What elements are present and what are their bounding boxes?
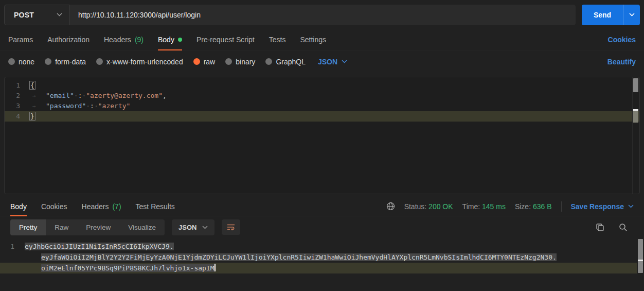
radio-form-data[interactable]: form-data bbox=[45, 58, 86, 66]
line-number: 3 bbox=[5, 101, 29, 111]
code-line[interactable]: 1{ bbox=[5, 80, 639, 91]
network-globe-icon bbox=[386, 202, 395, 211]
send-button[interactable]: Send bbox=[582, 5, 623, 25]
copy-icon[interactable] bbox=[596, 223, 604, 232]
response-tab-test-results[interactable]: Test Results bbox=[136, 197, 175, 216]
jwt-token-text: oiM2eElnf05YPc9BSq9PiP8S8KCJh7lvhjo1x-sa… bbox=[41, 264, 214, 272]
line-content: } bbox=[29, 111, 35, 122]
response-cursor-position-marker bbox=[638, 260, 643, 261]
body-type-row: none form-data x-www-form-urlencoded raw… bbox=[0, 50, 644, 73]
tab-pre-request-script[interactable]: Pre-request Script bbox=[196, 29, 255, 50]
chevron-down-icon bbox=[628, 204, 634, 208]
tab-settings[interactable]: Settings bbox=[300, 29, 326, 50]
request-url-bar: POST http://10.10.11.120:3000/api/user/l… bbox=[0, 0, 644, 29]
code-line[interactable]: 3→"password"·:·"azerty" bbox=[5, 101, 639, 111]
url-text: http://10.10.11.120:3000/api/user/login bbox=[78, 11, 201, 19]
code-line[interactable]: 2→"email"·:·"azerty@azerty.com", bbox=[5, 91, 639, 101]
response-line-content: eyJfaWQiOiI2MjBlY2Y2Y2FiMjEyYzA0NjE1Yjdm… bbox=[41, 252, 557, 263]
headers-count: (9) bbox=[135, 36, 144, 44]
response-meta: Status: 200 OK Time: 145 ms Size: 636 B … bbox=[386, 201, 634, 212]
response-toolbar-right bbox=[596, 223, 634, 232]
jwt-token-text: eyJfaWQiOiI2MjBlY2Y2Y2FiMjEyYzA0NjE1Yjdm… bbox=[41, 253, 557, 261]
response-line[interactable]: oiM2eElnf05YPc9BSq9PiP8S8KCJh7lvhjo1x-sa… bbox=[0, 263, 637, 273]
code-line[interactable]: 4} bbox=[5, 111, 639, 122]
response-tabs: Body Cookies Headers (7) Test Results bbox=[10, 197, 175, 216]
wrap-text-icon bbox=[227, 224, 235, 231]
send-options-button[interactable] bbox=[623, 5, 640, 25]
line-number: 4 bbox=[5, 111, 29, 122]
request-body-editor[interactable]: 1{2→"email"·:·"azerty@azerty.com",3→"pas… bbox=[4, 77, 640, 194]
line-content: { bbox=[29, 80, 35, 91]
response-toolbar: Pretty Raw Preview Visualize JSON bbox=[0, 216, 644, 238]
radio-icon bbox=[8, 58, 15, 65]
tab-params[interactable]: Params bbox=[8, 29, 33, 50]
response-editor-lines: 1eyJhbGciOiJIUzI1NiIsInR5cCI6IkpXVCJ9.ey… bbox=[0, 241, 644, 273]
response-scrollbar-thumb[interactable] bbox=[638, 239, 643, 273]
size-badge: Size: 636 B bbox=[515, 202, 552, 211]
token-brace: } bbox=[29, 112, 35, 121]
radio-binary[interactable]: binary bbox=[225, 58, 255, 66]
status-badge: Status: 200 OK bbox=[404, 202, 453, 211]
response-tab-body[interactable]: Body bbox=[10, 197, 27, 216]
tab-authorization[interactable]: Authorization bbox=[47, 29, 90, 50]
view-preview[interactable]: Preview bbox=[77, 219, 119, 235]
request-tabs: Params Authorization Headers (9) Body Pr… bbox=[0, 29, 644, 50]
wrap-text-button[interactable] bbox=[222, 219, 240, 235]
radio-raw[interactable]: raw bbox=[193, 58, 216, 66]
response-line[interactable]: eyJfaWQiOiI2MjBlY2Y2Y2FiMjEyYzA0NjE1Yjdm… bbox=[0, 252, 644, 263]
scrollbar-thumb[interactable] bbox=[633, 78, 638, 92]
cookies-link[interactable]: Cookies bbox=[608, 36, 636, 44]
radio-icon bbox=[265, 58, 272, 65]
tab-body[interactable]: Body bbox=[158, 29, 182, 50]
radio-icon bbox=[45, 58, 51, 65]
radio-none[interactable]: none bbox=[8, 58, 34, 66]
method-select[interactable]: POST bbox=[4, 5, 70, 25]
radio-x-www-form-urlencoded[interactable]: x-www-form-urlencoded bbox=[96, 58, 183, 66]
token-key: "password" bbox=[46, 102, 86, 110]
send-group: Send bbox=[582, 5, 640, 25]
token-str: "azerty@azerty.com" bbox=[86, 92, 163, 99]
response-view-group: Pretty Raw Preview Visualize bbox=[10, 219, 165, 235]
token-str: "azerty" bbox=[98, 102, 131, 110]
indent-guide: → bbox=[29, 101, 46, 112]
response-language-select[interactable]: JSON bbox=[172, 219, 214, 235]
token-brace: { bbox=[29, 81, 35, 90]
line-number: 1 bbox=[0, 241, 25, 252]
tab-headers[interactable]: Headers (9) bbox=[104, 29, 144, 50]
url-input[interactable]: http://10.10.11.120:3000/api/user/login bbox=[70, 5, 576, 25]
chevron-down-icon bbox=[57, 13, 62, 16]
radio-graphql[interactable]: GraphQL bbox=[265, 58, 306, 66]
active-line-marker bbox=[633, 111, 638, 123]
line-content: →"email"·:·"azerty@azerty.com", bbox=[29, 91, 167, 101]
method-label: POST bbox=[14, 11, 34, 19]
radio-icon bbox=[225, 58, 232, 65]
response-line[interactable]: 1eyJhbGciOiJIUzI1NiIsInR5cCI6IkpXVCJ9. bbox=[0, 241, 644, 252]
line-number bbox=[0, 252, 25, 263]
save-response-button[interactable]: Save Response bbox=[571, 202, 634, 211]
raw-language-select[interactable]: JSON bbox=[318, 58, 347, 66]
response-headers-count: (7) bbox=[112, 202, 121, 211]
token-punct: , bbox=[163, 92, 167, 99]
view-visualize[interactable]: Visualize bbox=[119, 219, 165, 235]
line-number bbox=[0, 263, 25, 273]
search-icon[interactable] bbox=[619, 223, 628, 232]
response-line-content: oiM2eElnf05YPc9BSq9PiP8S8KCJh7lvhjo1x-sa… bbox=[41, 263, 216, 273]
response-tab-headers[interactable]: Headers (7) bbox=[82, 197, 121, 216]
chevron-down-icon bbox=[342, 60, 347, 63]
response-line-content: eyJhbGciOiJIUzI1NiIsInR5cCI6IkpXVCJ9. bbox=[25, 241, 174, 252]
beautify-link[interactable]: Beautify bbox=[607, 58, 636, 66]
line-content: →"password"·:·"azerty" bbox=[29, 101, 130, 111]
text-cursor bbox=[214, 264, 216, 271]
tab-tests[interactable]: Tests bbox=[269, 29, 286, 50]
jwt-token-text: eyJhbGciOiJIUzI1NiIsInR5cCI6IkpXVCJ9. bbox=[25, 243, 174, 250]
view-raw[interactable]: Raw bbox=[46, 219, 77, 235]
view-pretty[interactable]: Pretty bbox=[10, 219, 46, 235]
response-tab-cookies[interactable]: Cookies bbox=[41, 197, 67, 216]
radio-icon bbox=[96, 58, 103, 65]
time-badge: Time: 145 ms bbox=[462, 202, 506, 211]
token-key: "email" bbox=[46, 92, 74, 99]
request-editor-lines: 1{2→"email"·:·"azerty@azerty.com",3→"pas… bbox=[5, 80, 639, 122]
response-body-editor[interactable]: 1eyJhbGciOiJIUzI1NiIsInR5cCI6IkpXVCJ9.ey… bbox=[0, 238, 644, 284]
body-has-content-dot bbox=[178, 38, 182, 42]
indent-guide: → bbox=[29, 91, 46, 101]
